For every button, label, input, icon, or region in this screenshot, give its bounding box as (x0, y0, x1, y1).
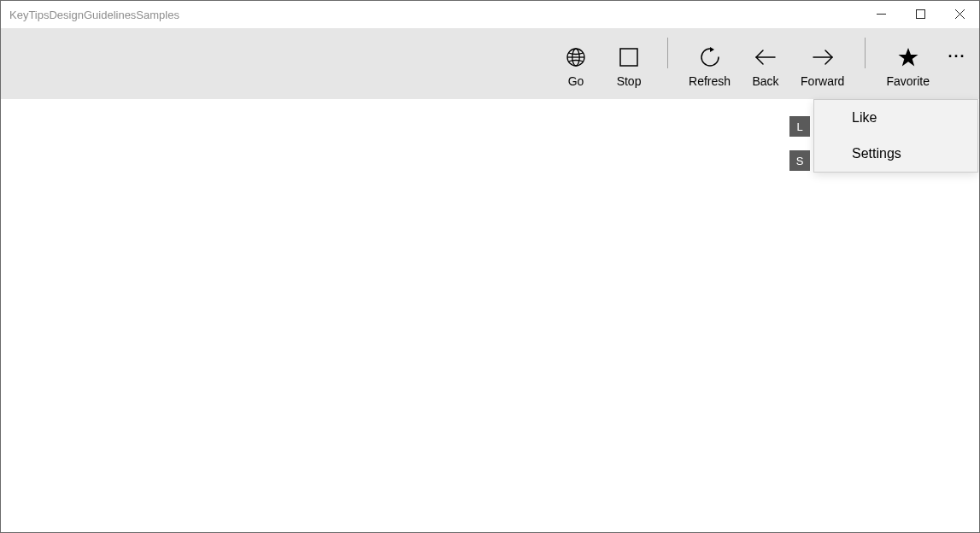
separator (667, 38, 668, 68)
svg-rect-1 (916, 9, 924, 18)
overflow-item-like[interactable]: Like (814, 100, 977, 136)
overflow-menu: Like Settings (813, 99, 978, 173)
favorite-button[interactable]: Favorite (877, 28, 938, 99)
keytip-settings: S (789, 150, 810, 171)
titlebar-controls (861, 1, 979, 28)
overflow-like-label: Like (852, 110, 877, 126)
overflow-settings-label: Settings (852, 146, 901, 161)
svg-marker-10 (898, 48, 918, 67)
forward-button[interactable]: Forward (792, 28, 853, 99)
minimize-button[interactable] (861, 1, 901, 26)
back-button[interactable]: Back (739, 28, 792, 99)
go-button[interactable]: Go (549, 28, 602, 99)
forward-label: Forward (801, 74, 844, 88)
back-label: Back (753, 74, 779, 88)
keytip-like: L (789, 116, 810, 137)
stop-icon (619, 42, 638, 73)
go-label: Go (568, 74, 584, 88)
stop-button[interactable]: Stop (602, 28, 655, 99)
close-button[interactable] (940, 1, 979, 26)
separator (865, 38, 866, 68)
more-button[interactable]: ··· (938, 28, 976, 99)
refresh-icon (700, 42, 720, 73)
globe-icon (566, 42, 586, 73)
app-window: KeyTipsDesignGuidelinesSamples (0, 0, 980, 533)
refresh-label: Refresh (689, 74, 731, 88)
titlebar-title: KeyTipsDesignGuidelinesSamples (9, 9, 179, 21)
back-arrow-icon (754, 42, 777, 73)
minimize-icon (877, 9, 886, 19)
maximize-button[interactable] (901, 1, 940, 26)
titlebar: KeyTipsDesignGuidelinesSamples (1, 1, 979, 28)
maximize-icon (916, 9, 925, 19)
refresh-button[interactable]: Refresh (680, 28, 739, 99)
favorite-label: Favorite (886, 74, 930, 88)
command-bar: Go Stop Refresh (1, 28, 979, 99)
svg-rect-7 (620, 49, 637, 66)
overflow-item-settings[interactable]: Settings (814, 136, 977, 172)
more-icon: ··· (948, 49, 965, 64)
forward-arrow-icon (812, 42, 834, 73)
stop-label: Stop (617, 74, 642, 88)
close-icon (955, 9, 965, 19)
star-icon (898, 42, 918, 73)
